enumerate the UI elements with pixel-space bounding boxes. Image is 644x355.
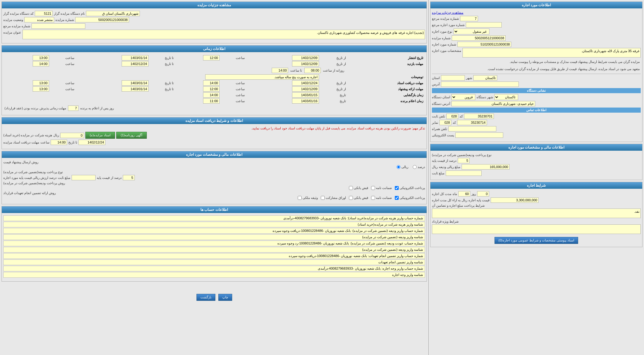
onvan-textarea[interactable]: (تجدید) اجاره غرفه های فروش و عرضه محصول… — [22, 30, 425, 39]
check-takafol-vasegheh[interactable]: وثیقه ملکی — [298, 196, 318, 200]
account-row-5: شماره حساب عودت ودیعه (تضمین شرکت در مزا… — [3, 241, 425, 246]
shmr-mazayade-input[interactable] — [75, 17, 129, 22]
daryaft-asnad-from-time[interactable] — [203, 80, 220, 86]
mohlat-daryaft-to-time[interactable] — [51, 140, 67, 145]
namabr-input[interactable] — [457, 120, 487, 125]
account-row-2: شناسه واریز هزینه شرکت در مزایده(خرید اس… — [3, 222, 425, 227]
check-ghabs-banki[interactable]: قبض بانکی — [349, 186, 368, 190]
bargozari-time[interactable] — [203, 92, 220, 98]
darsad-input[interactable] — [458, 158, 470, 163]
warning-text: تذکر مهم: ضرورت رانکین بودن هزینه دریافت… — [3, 126, 425, 130]
link-view-mazayade[interactable]: مشاهده جزئیات مزایده — [432, 11, 463, 14]
enteshar-to-time[interactable] — [33, 55, 49, 61]
bazid-to-time[interactable] — [33, 61, 49, 67]
bazid-to-date[interactable] — [122, 61, 149, 67]
shmr-mrj-input[interactable] — [31, 23, 85, 29]
btn-asnad-mazayade[interactable]: اسناد مزایده(ه) — [85, 132, 115, 139]
right-panel: مشاهده جزئیات مزایده نام دستگاه مزایده گ… — [0, 0, 428, 355]
gheymat-input[interactable] — [491, 197, 539, 203]
info-text2: متعهد می شود در اسناد مزایده. ارسال پیشن… — [432, 66, 641, 73]
mablagh-sabt-input[interactable] — [446, 170, 482, 176]
btn-asnad-ejare[interactable]: اسناد پیوستی مشخصات و شرایط عمومی مورد ا… — [495, 237, 578, 244]
elam-time[interactable] — [203, 98, 220, 104]
check-pardakht-electronic[interactable]: پرداخت الکترونیکی — [395, 186, 425, 190]
section-ejare-title: اطلاعات مورد اجاره — [430, 2, 642, 8]
namabr-code-input[interactable] — [439, 120, 451, 125]
check-zamanat[interactable]: ضمانت نامه — [371, 186, 392, 190]
pishnahad-to-date[interactable] — [122, 86, 149, 92]
tel-sabet-code-input[interactable] — [446, 114, 458, 119]
enteshar-from-date[interactable] — [292, 55, 319, 61]
roozane-from[interactable] — [304, 68, 321, 73]
darsad-paye-input[interactable] — [123, 175, 135, 180]
check-takafol-electronic[interactable]: پرداخت الکترونیکی — [395, 196, 425, 200]
adrs-dastgah-input[interactable] — [451, 101, 535, 106]
left-panel: اطلاعات مورد اجاره مشاهده جزئیات مزایده … — [428, 0, 644, 355]
sub-ettelaat-tamas: اطلاعات تماس — [432, 108, 641, 113]
ostan-dastgah-select[interactable]: قزوین — [451, 94, 475, 100]
vaziyat-input[interactable] — [24, 17, 54, 22]
bazid-from-date[interactable] — [292, 61, 319, 67]
mazayade-mrj-input[interactable] — [460, 16, 478, 21]
pishnahad-to-time[interactable] — [33, 86, 49, 92]
elam-date[interactable] — [292, 98, 319, 104]
pishnahad-from-time[interactable] — [203, 86, 220, 92]
check-takafol-awraq[interactable]: اوراق مشارکت — [321, 196, 346, 200]
account-row-4: شناسه واریز ودیعه (تضمین شرکت در مزایده) — [3, 234, 425, 240]
adrs-input[interactable] — [441, 81, 519, 87]
ostan-input[interactable] — [441, 75, 465, 81]
pishnahad-from-date[interactable] — [292, 86, 319, 92]
section-mali-right-title: اطلاعات مالی و مشخصات مورد اجاره — [2, 151, 427, 158]
section-asnad-title: اطلاعات و شرایط دریافت اسناد مزایده — [2, 117, 427, 124]
sharayet-vizheh-textarea[interactable] — [432, 224, 641, 234]
mohlat-rooz-input[interactable] — [68, 105, 78, 111]
check-takafol-zamanat[interactable]: ضمانت نامه — [371, 196, 392, 200]
mashkhasat-textarea[interactable]: غرفه 35 متری پارک لاله شهرداری تاکستان. — [462, 48, 641, 58]
tel-hamrah-input[interactable] — [448, 126, 496, 132]
enteshar-from-time[interactable] — [203, 55, 220, 61]
tozihat-input[interactable] — [205, 74, 319, 80]
check-takafol-ghabs[interactable]: قبض بانکی — [349, 196, 368, 200]
section-sharayet-title: شرایط اجاره — [430, 182, 642, 189]
daryaft-asnad-from-date[interactable] — [292, 80, 319, 86]
tel-sabet-input[interactable] — [464, 114, 494, 119]
name-dastgah-input[interactable] — [86, 11, 140, 16]
section-hesab-title: اطلاعات حساب ها — [2, 206, 427, 213]
account-row-10: شناسه واریز وجه اجاره — [3, 272, 425, 278]
rooz-input[interactable] — [477, 191, 489, 197]
account-row-9: شماره حساب واریز وجه اجاره: بانک شعبه نو… — [3, 266, 425, 271]
code-dastgah-input[interactable] — [35, 11, 53, 16]
btn-agahi[interactable]: آگهی روزنامه(1) — [116, 132, 147, 139]
enteshar-to-date[interactable] — [122, 55, 149, 61]
account-row-3: شماره حساب واریز ودیعه (تضمین شرکت در مز… — [3, 228, 425, 234]
mazayade-no-input[interactable] — [452, 35, 506, 41]
email-input[interactable] — [455, 132, 503, 138]
account-row-1: شماره حساب واریز هزینه شرکت در مزایده(خر… — [3, 215, 425, 221]
shahr-dastgah-select[interactable]: تاکستان — [494, 94, 518, 100]
mablagh-sabt-input2[interactable] — [72, 175, 96, 180]
noe-ejare-select[interactable]: غیر منقول — [453, 28, 489, 34]
bottom-buttons: چاپ بازگشت — [1, 291, 427, 304]
hazineh-input[interactable] — [60, 133, 84, 138]
mah-input[interactable] — [458, 191, 470, 197]
roozane-to[interactable] — [272, 68, 288, 73]
account-row-6: شناسه واریز ودیعه (تضمین شرکت در مزایده) — [3, 247, 425, 253]
mohlat-daryaft-to-date[interactable] — [78, 140, 105, 145]
mablagh-input[interactable] — [462, 164, 510, 170]
sharayet-pardakht-textarea[interactable]: نقد. — [432, 209, 641, 218]
section-zamani-title: اطلاعات زمانی — [2, 46, 427, 52]
radio-rial[interactable]: ریالی — [397, 165, 408, 169]
ejare-no-input[interactable] — [457, 42, 511, 47]
shahr-input[interactable] — [473, 75, 497, 81]
daryaft-asnad-to-date[interactable] — [122, 80, 149, 86]
btn-chap[interactable]: چاپ — [218, 294, 232, 301]
section-joziat-title: مشاهده جزئیات مزایده — [2, 2, 427, 8]
radio-darsad[interactable]: درصد — [413, 165, 425, 169]
bargozari-date[interactable] — [292, 92, 319, 98]
account-row-7: شماره حساب واریز تضمین انجام تعهدات: بان… — [3, 253, 425, 259]
account-row-8: شناسه واریز تضمین انجام تعهدات — [3, 259, 425, 265]
btn-bargasht[interactable]: بازگشت — [196, 294, 215, 301]
section-mali-title: اطلاعات مالی و مشخصات مورد اجاره — [430, 144, 642, 151]
daryaft-asnad-to-time[interactable] — [33, 80, 49, 86]
ejare-mrj-input[interactable] — [466, 22, 502, 28]
